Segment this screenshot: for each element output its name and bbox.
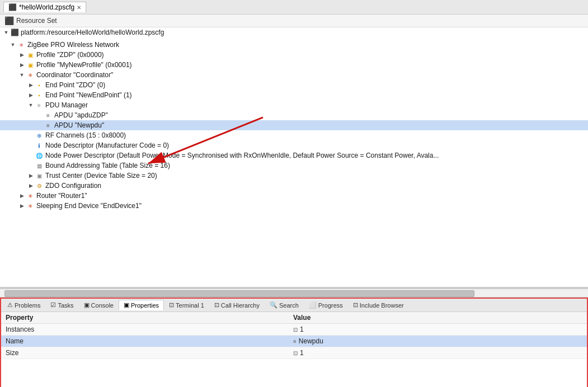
tab-label-progress: Progress <box>318 302 343 309</box>
tree-item-node-descriptor[interactable]: ℹNode Descriptor (Manufacturer Code = 0) <box>0 140 588 150</box>
tab-label-console: Console <box>91 302 114 309</box>
tree-view: ▼✳ZigBee PRO Wireless Network▶▣Profile "… <box>0 37 588 289</box>
tree-icon-profile-mynew: ▣ <box>26 60 35 69</box>
properties-table-container: Property Value Instances⊡1Name≡NewpduSiz… <box>1 312 587 387</box>
tree-label-profile-zdp: Profile "ZDP" (0x0000) <box>36 51 104 59</box>
tree-icon-zdo-config: ⚙ <box>35 181 44 190</box>
tab-icon-terminal1: ⊡ <box>169 301 174 309</box>
root-arrow[interactable]: ▼ <box>2 30 10 35</box>
editor-tab[interactable]: ⬛ *helloWorld.zpscfg ✕ <box>3 2 86 12</box>
tree-arrow[interactable]: ▼ <box>18 72 26 78</box>
tree-icon-apdu-zdp: ≡ <box>44 111 53 120</box>
tree-label-node-power: Node Power Descriptor (Default Power Mod… <box>45 152 439 159</box>
tree-item-profile-mynew[interactable]: ▶▣Profile "MyNewProfile" (0x0001) <box>0 60 588 70</box>
tree-arrow[interactable]: ▶ <box>27 183 35 188</box>
tree-arrow[interactable]: ▶ <box>27 92 35 98</box>
tab-search[interactable]: 🔍Search <box>265 300 304 310</box>
tab-label-terminal1: Terminal 1 <box>176 302 204 309</box>
tree-item-zigbee[interactable]: ▼✳ZigBee PRO Wireless Network <box>0 40 588 50</box>
tree-item-endpoint-new[interactable]: ▶▪End Point "NewEndPoint" (1) <box>0 90 588 100</box>
tree-icon-rf-channels: ⊕ <box>35 131 44 140</box>
tab-label-search: Search <box>279 302 299 309</box>
tree-arrow[interactable]: ▶ <box>18 62 26 68</box>
tree-icon-zigbee: ✳ <box>17 40 26 49</box>
tab-label-tasks: Tasks <box>58 302 73 309</box>
resource-icon: ⬛ <box>4 16 14 25</box>
tree-label-apdu-zdp: APDU "apduZDP" <box>54 111 108 119</box>
tab-progress[interactable]: ⬜Progress <box>304 300 348 310</box>
horizontal-scrollbar[interactable] <box>0 289 588 298</box>
tree-arrow[interactable]: ▶ <box>27 82 35 88</box>
tree-arrow[interactable]: ▶ <box>18 203 26 209</box>
tab-label-problems: Problems <box>15 302 40 309</box>
tree-item-profile-zdp[interactable]: ▶▣Profile "ZDP" (0x0000) <box>0 50 588 60</box>
tree-item-trust-center[interactable]: ▶▣Trust Center (Device Table Size = 20) <box>0 171 588 181</box>
tab-properties[interactable]: ▣Properties <box>119 300 164 310</box>
tree-icon-apdu-newpdu: ≡ <box>44 121 53 130</box>
tree-item-endpoint-zdo[interactable]: ▶▪End Point "ZDO" (0) <box>0 80 588 90</box>
tab-icon-properties: ▣ <box>124 301 129 309</box>
tree-item-zdo-config[interactable]: ▶⚙ZDO Configuration <box>0 181 588 191</box>
tab-icon-callhierarchy: ⊡ <box>214 301 219 309</box>
tree-arrow[interactable]: ▼ <box>9 42 17 48</box>
tab-icon-tasks: ☑ <box>50 301 56 309</box>
tree-label-endpoint-new: End Point "NewEndPoint" (1) <box>45 91 132 99</box>
tree-icon-endpoint-new: ▪ <box>35 91 44 100</box>
table-row[interactable]: Name≡Newpdu <box>1 336 587 347</box>
table-row[interactable]: Size⊡1 <box>1 347 587 359</box>
value-text: 1 <box>300 349 304 357</box>
value-icon: ⊡ <box>293 327 298 333</box>
tab-callhierarchy[interactable]: ⊡Call Hierarchy <box>209 300 265 310</box>
tree-item-pdu-manager[interactable]: ▼≡PDU Manager <box>0 100 588 110</box>
tree-label-zigbee: ZigBee PRO Wireless Network <box>27 41 119 49</box>
tree-icon-endpoint-zdo: ▪ <box>35 81 44 89</box>
tree-icon-trust-center: ▣ <box>35 171 44 180</box>
tree-label-node-descriptor: Node Descriptor (Manufacturer Code = 0) <box>45 141 169 149</box>
tree-item-coordinator[interactable]: ▼✳Coordinator "Coordinator" <box>0 70 588 80</box>
tab-icon-problems: ⚠ <box>7 301 13 309</box>
tree-label-zdo-config: ZDO Configuration <box>45 182 101 190</box>
tree-item-rf-channels[interactable]: ⊕RF Channels (15 : 0x8000) <box>0 130 588 140</box>
tree-arrow[interactable]: ▶ <box>18 193 26 199</box>
tab-terminal1[interactable]: ⊡Terminal 1 <box>164 300 209 310</box>
prop-cell-value: ⊡1 <box>289 324 587 336</box>
prop-cell-property: Instances <box>1 324 289 336</box>
tree-arrow[interactable]: ▼ <box>27 102 35 108</box>
tree-arrow[interactable]: ▶ <box>18 52 26 58</box>
tree-item-sleepdev[interactable]: ▶✳Sleeping End Device "EndDevice1" <box>0 201 588 211</box>
tree-item-apdu-zdp[interactable]: ≡APDU "apduZDP" <box>0 110 588 120</box>
tab-includebrowser[interactable]: ⊡Include Browser <box>348 300 409 310</box>
table-row[interactable]: Instances⊡1 <box>1 324 587 336</box>
tree-icon-sleepdev: ✳ <box>26 201 35 210</box>
tree-icon-node-descriptor: ℹ <box>35 141 44 150</box>
tree-item-node-power[interactable]: 🌐Node Power Descriptor (Default Power Mo… <box>0 150 588 161</box>
tree-item-router[interactable]: ▶✳Router "Router1" <box>0 191 588 201</box>
close-tab-button[interactable]: ✕ <box>77 4 81 11</box>
main-editor-area: ⬛ Resource Set ▼ ⬛ platform:/resource/He… <box>0 15 588 289</box>
tab-tasks[interactable]: ☑Tasks <box>45 300 78 310</box>
tree-arrow[interactable]: ▶ <box>27 173 35 178</box>
properties-table: Property Value Instances⊡1Name≡NewpduSiz… <box>1 312 587 359</box>
tree-label-coordinator: Coordinator "Coordinator" <box>36 71 113 79</box>
tree-icon-profile-zdp: ▣ <box>26 50 35 59</box>
tree-item-apdu-newpdu[interactable]: ≡APDU "Newpdu" <box>0 120 588 130</box>
tree-label-profile-mynew: Profile "MyNewProfile" (0x0001) <box>36 61 132 69</box>
prop-cell-property: Name <box>1 336 289 347</box>
tree-icon-pdu-manager: ≡ <box>35 101 44 110</box>
tab-console[interactable]: ▣Console <box>79 300 119 310</box>
value-icon: ⊡ <box>293 350 298 356</box>
tree-label-sleepdev: Sleeping End Device "EndDevice1" <box>36 202 142 210</box>
bottom-panel: ⚠Problems☑Tasks▣Console▣Properties⊡Termi… <box>0 298 588 387</box>
prop-cell-property: Size <box>1 347 289 359</box>
tree-label-rf-channels: RF Channels (15 : 0x8000) <box>45 131 126 139</box>
prop-cell-value: ⊡1 <box>289 347 587 359</box>
tree-label-router: Router "Router1" <box>36 192 87 200</box>
resource-header: ⬛ Resource Set <box>0 15 588 27</box>
tree-root-item[interactable]: ▼ ⬛ platform:/resource/HelloWorld/helloW… <box>0 27 588 37</box>
tree-icon-node-power: 🌐 <box>35 151 44 160</box>
tree-item-bound-addr[interactable]: ▦Bound Addressing Table (Table Size = 16… <box>0 161 588 171</box>
scroll-thumb[interactable] <box>4 290 474 297</box>
tree-label-pdu-manager: PDU Manager <box>45 101 88 109</box>
col-value: Value <box>289 312 587 324</box>
tab-problems[interactable]: ⚠Problems <box>2 300 45 310</box>
